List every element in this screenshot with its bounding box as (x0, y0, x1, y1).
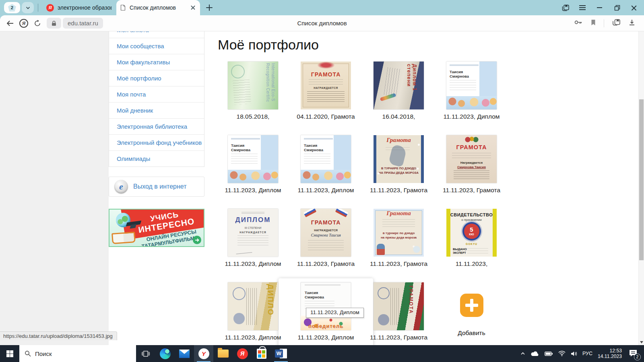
taskbar-icon-yandex-browser[interactable]: Y (194, 345, 213, 362)
yandex-search-button[interactable]: Я (17, 17, 31, 29)
tab-title: электронное образование (58, 4, 111, 11)
diploma-thumbnail[interactable]: ДИПЛОМIII СТЕПЕНИНАГРАЖДАЕТСЯ (228, 209, 278, 257)
portfolio-item: Грамотав турнире по дзюдона призы деда м… (362, 209, 435, 267)
sidebar-item[interactable]: Электронная библиотека (109, 118, 204, 134)
thumb-heading: Грамота (374, 137, 424, 144)
collections-icon[interactable] (612, 19, 621, 27)
thumb-subtext: GOKYU (446, 243, 497, 245)
sidebar-item[interactable]: Мой дневник (109, 102, 204, 118)
tab-close-icon[interactable] (190, 5, 196, 10)
diploma-caption: 11.11.2023, (456, 260, 488, 267)
banner-arrow-icon[interactable] (193, 236, 201, 244)
page-content: Моя анкетаМои сообществаМои факультативы… (0, 31, 644, 345)
volume-icon[interactable] (571, 351, 577, 356)
word-icon: W (275, 348, 287, 359)
sidebar-item[interactable]: Моё портфолио (109, 70, 204, 86)
diploma-thumbnail[interactable]: ГРАМОТАНАГРАЖДАЕТСЯСмирнова Таисия (301, 209, 351, 257)
tab-list-chevron-button[interactable] (22, 2, 34, 13)
diploma-thumbnail[interactable]: Таисия Смирнова (228, 135, 278, 183)
diploma-caption: 11.11.2023, Диплом (298, 187, 354, 194)
battery-icon[interactable] (545, 352, 553, 356)
window-controls (561, 4, 644, 12)
vertical-scrollbar[interactable] (638, 31, 644, 345)
diploma-thumbnail[interactable]: ДИПЛО (228, 282, 278, 330)
sidebar-item[interactable]: Моя анкета (109, 31, 204, 38)
tab-diploma-list[interactable]: Список дипломов (116, 0, 200, 15)
folder-icon (218, 350, 229, 358)
diploma-thumbnail[interactable]: Таисия Смирнова (301, 135, 351, 183)
diploma-caption: 11.11.2023, Диплом (225, 334, 281, 341)
diploma-thumbnail[interactable]: Грамотав турнире по дзюдона призы деда м… (374, 209, 424, 257)
tab-title: Список дипломов (130, 4, 176, 11)
mail-icon (179, 350, 190, 358)
start-button[interactable] (0, 345, 19, 362)
ad-banner[interactable]: УЧИСЬ ИНТЕРЕСНО ОНЛАЙН РЕСУРСЫ ТАТАРМУЛЬ… (109, 209, 204, 247)
diploma-thumbnail[interactable]: Таисия Смирновапобедитель (301, 282, 351, 330)
back-button[interactable] (3, 17, 17, 29)
diploma-thumbnail[interactable]: ГрамотаВ ТУРНИРЕ ПО ДЗЮДОНА ПРИЗЫ ДЕДА М… (374, 135, 424, 183)
taskbar-search[interactable]: Поиск (19, 345, 136, 362)
portfolio-add-cell: Добавить (435, 282, 508, 341)
scrollbar-thumb[interactable] (639, 99, 644, 260)
internet-exit-link[interactable]: e Выход в интернет (109, 177, 204, 197)
thumb-subtext: Смирнова Таисия (446, 165, 497, 169)
sidebar-item[interactable]: Мои факультативы (109, 54, 204, 70)
thumb-name: Таисия Смирнова (305, 290, 330, 299)
passwords-icon[interactable] (574, 19, 583, 27)
taskbar-clock[interactable]: 12:53 14.11.2023 (598, 348, 622, 360)
taskbar-icon-yandex[interactable]: Я (233, 345, 252, 362)
search-placeholder: Поиск (35, 350, 52, 357)
close-button[interactable] (631, 5, 637, 11)
yandex-favicon-icon: Я (46, 4, 54, 12)
taskbar: Поиск Y Я W (0, 345, 644, 362)
maximize-button[interactable] (613, 4, 621, 12)
taskbar-icon-edge[interactable] (155, 345, 175, 362)
sidebar-item[interactable]: Мои сообщества (109, 38, 204, 54)
menu-icon[interactable] (579, 5, 586, 10)
action-center-button[interactable]: 2 (629, 349, 638, 358)
add-label: Добавить (458, 329, 485, 337)
site-security-button[interactable] (47, 18, 61, 29)
scrollbar-down-arrow[interactable] (640, 341, 643, 343)
diploma-caption: 11.11.2023, Грамота (370, 260, 427, 267)
minimize-button[interactable] (595, 4, 603, 12)
side-panel-icon[interactable] (561, 4, 570, 12)
portfolio-item: СВИДЕТЕЛЬСТВОо присвоенииВЫДАНОЭКСПЕРТGO… (435, 209, 508, 267)
sidebar-item[interactable]: Олимпиады (109, 150, 204, 167)
portfolio-item: ГРАМОТА11.11.2023, Грамота (362, 282, 435, 341)
download-icon[interactable] (629, 19, 635, 27)
diploma-thumbnail[interactable]: Таисия Смирнова (446, 62, 497, 109)
onedrive-cloud-icon[interactable] (530, 351, 539, 356)
diploma-thumbnail[interactable]: ГРАМОТА (374, 282, 424, 330)
address-bar[interactable]: edu.tatar.ru (63, 18, 103, 29)
windows-logo-icon (6, 350, 13, 357)
diploma-thumbnail[interactable]: Диплом 1 степени (374, 62, 424, 109)
sidebar-item[interactable]: Электронный фонд учебников (109, 134, 204, 150)
add-button[interactable] (460, 294, 483, 317)
sidebar-item[interactable]: Моя почта (109, 86, 204, 102)
tray-chevron-up-icon[interactable] (520, 352, 525, 355)
task-view-button[interactable] (136, 345, 155, 362)
portfolio-item: Диплом 1 степени16.04.2018, (362, 62, 435, 120)
tab-counter-button[interactable]: 2 (4, 2, 20, 13)
taskbar-icon-mail[interactable] (175, 345, 194, 362)
diploma-thumbnail[interactable]: International Eco-S Recognition Certific (228, 62, 278, 109)
taskbar-icon-word[interactable]: W (271, 345, 291, 362)
diploma-thumbnail[interactable]: СВИДЕТЕЛЬСТВОо присвоенииВЫДАНОЭКСПЕРТGO… (446, 209, 497, 257)
language-indicator[interactable]: РУС (582, 351, 592, 356)
text-lines-decoration (231, 154, 258, 165)
diploma-thumbnail[interactable]: ГРАМОТАНАГРАЖДАЕТСЯ (301, 62, 351, 109)
page-left-gutter (0, 31, 109, 345)
wifi-icon[interactable] (558, 351, 566, 356)
sidebar-item-label: Мои сообщества (117, 43, 164, 49)
new-tab-button[interactable] (205, 3, 214, 12)
diploma-thumbnail[interactable]: ГРАМОТАНаграждаетсяСмирнова Таисия (446, 135, 497, 183)
tab-electronic-education[interactable]: Я электронное образование (42, 0, 116, 15)
thumb-side-text: Диплом 1 степени (406, 64, 417, 109)
taskbar-icon-store[interactable] (252, 345, 271, 362)
browser-toolbar: Я edu.tatar.ru Список дипломов (0, 15, 644, 31)
sidebar-item-label: Мои факультативы (117, 59, 170, 66)
reload-button[interactable] (31, 17, 44, 29)
taskbar-icon-explorer[interactable] (213, 345, 233, 362)
bookmark-icon[interactable] (591, 19, 596, 27)
